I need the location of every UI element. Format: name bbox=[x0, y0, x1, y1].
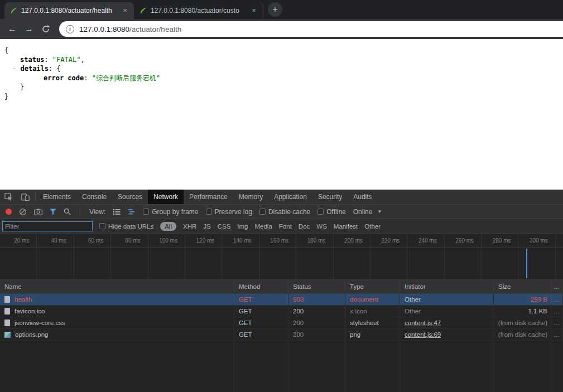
json-key-status: status bbox=[20, 56, 44, 64]
inspect-element-button[interactable] bbox=[0, 190, 17, 204]
devtools-tab-performance[interactable]: Performance bbox=[184, 190, 233, 204]
gridline-cell bbox=[518, 248, 555, 279]
request-type-cell: x-icon bbox=[345, 306, 400, 317]
network-filter-bar: Hide data URLs All XHR JS CSS Img Media … bbox=[0, 219, 563, 234]
timeline-tick: 100 ms bbox=[148, 234, 185, 247]
new-tab-button[interactable]: + bbox=[268, 2, 282, 17]
timeline-tick: 80 ms bbox=[111, 234, 148, 247]
filter-pill-other[interactable]: Other bbox=[364, 223, 381, 230]
request-overflow-cell: ... bbox=[551, 294, 563, 305]
back-button[interactable]: ← bbox=[4, 21, 20, 37]
devtools-tab-audits[interactable]: Audits bbox=[348, 190, 377, 204]
collapse-toggle-icon[interactable]: - bbox=[12, 65, 16, 72]
table-row-jsonview-css[interactable]: jsonview-core.css GET 200 stylesheet con… bbox=[0, 317, 563, 329]
waterfall-overview[interactable] bbox=[0, 248, 563, 280]
close-icon[interactable]: × bbox=[121, 6, 129, 15]
divider bbox=[80, 207, 80, 216]
filter-pill-all[interactable]: All bbox=[160, 222, 176, 231]
browser-tab-health[interactable]: 127.0.0.1:8080/actuator/health × bbox=[4, 2, 134, 19]
filter-input[interactable] bbox=[2, 221, 93, 231]
column-header-overflow[interactable]: ... bbox=[551, 280, 563, 293]
hide-data-urls-label[interactable]: Hide data URLs bbox=[108, 223, 153, 230]
devtools-tab-memory[interactable]: Memory bbox=[233, 190, 268, 204]
device-toolbar-button[interactable] bbox=[17, 190, 33, 204]
screenshot-camera-icon[interactable] bbox=[34, 209, 42, 215]
filter-pill-img[interactable]: Img bbox=[237, 223, 248, 230]
column-header-method[interactable]: Method bbox=[234, 280, 288, 293]
filter-pill-manifest[interactable]: Manifest bbox=[334, 223, 358, 230]
timeline-tick: 60 ms bbox=[74, 234, 111, 247]
column-header-status[interactable]: Status bbox=[288, 280, 345, 293]
waterfall-view-icon[interactable] bbox=[128, 209, 136, 215]
filter-pill-media[interactable]: Media bbox=[255, 223, 272, 230]
throttling-value[interactable]: Online bbox=[353, 208, 373, 216]
inspect-cursor-icon bbox=[4, 193, 12, 201]
devtools-tab-security[interactable]: Security bbox=[312, 190, 348, 204]
devtools-tab-sources[interactable]: Sources bbox=[112, 190, 148, 204]
devtools-tab-network[interactable]: Network bbox=[148, 190, 184, 204]
json-colon: : bbox=[49, 65, 52, 72]
timeline-tick: 220 ms bbox=[370, 234, 407, 247]
request-overflow-cell: ... bbox=[551, 317, 563, 328]
devtools-tabbar: Elements Console Sources Network Perform… bbox=[0, 190, 563, 205]
address-bar[interactable]: i 127.0.0.1:8080/actuator/health bbox=[59, 21, 563, 37]
request-method-cell: GET bbox=[234, 329, 288, 340]
column-header-initiator[interactable]: Initiator bbox=[400, 280, 494, 293]
reload-button[interactable] bbox=[38, 21, 54, 37]
checkbox-icon[interactable] bbox=[206, 209, 212, 215]
group-by-frame-label[interactable]: Group by frame bbox=[152, 208, 198, 216]
info-icon[interactable]: i bbox=[66, 25, 74, 33]
clear-icon[interactable] bbox=[19, 208, 27, 216]
column-header-type[interactable]: Type bbox=[345, 280, 400, 293]
request-name-cell: options.png bbox=[0, 329, 234, 340]
hide-data-urls-checkbox[interactable]: Hide data URLs bbox=[99, 223, 153, 230]
request-name: options.png bbox=[15, 331, 48, 338]
table-row-options-png[interactable]: options.png GET 200 png content.js:69 (f… bbox=[0, 329, 563, 341]
preserve-log-label[interactable]: Preserve log bbox=[215, 208, 252, 216]
request-size-cell: 1.1 KB bbox=[494, 306, 551, 317]
preserve-log-checkbox[interactable]: Preserve log bbox=[206, 208, 252, 216]
forward-button[interactable]: → bbox=[21, 21, 37, 37]
list-view-icon[interactable] bbox=[113, 209, 121, 215]
record-icon[interactable] bbox=[6, 209, 12, 215]
filter-pill-css[interactable]: CSS bbox=[218, 223, 231, 230]
url-text: 127.0.0.1:8080/actuator/health bbox=[79, 25, 181, 33]
table-row-health[interactable]: health GET 503 document Other 259 B ... bbox=[0, 294, 563, 306]
devtools-panel: Elements Console Sources Network Perform… bbox=[0, 190, 563, 392]
request-size-cell: (from disk cache) bbox=[494, 317, 551, 328]
checkbox-icon[interactable] bbox=[317, 209, 324, 215]
request-name: favicon.ico bbox=[15, 308, 45, 314]
group-by-frame-checkbox[interactable]: Group by frame bbox=[143, 208, 198, 216]
filter-pill-doc[interactable]: Doc bbox=[299, 223, 310, 230]
devtools-tab-console[interactable]: Console bbox=[76, 190, 112, 204]
column-header-size[interactable]: Size bbox=[494, 280, 551, 293]
timeline-tick: 180 ms bbox=[296, 234, 333, 247]
offline-label[interactable]: Offline bbox=[326, 208, 345, 216]
column-header-name[interactable]: Name bbox=[0, 280, 234, 293]
initiator-link[interactable]: content.js:47 bbox=[405, 320, 441, 326]
filter-pill-js[interactable]: JS bbox=[203, 223, 210, 230]
initiator-link[interactable]: content.js:69 bbox=[405, 331, 441, 338]
checkbox-icon[interactable] bbox=[143, 209, 149, 215]
empty-cell bbox=[494, 341, 551, 392]
devtools-tab-elements[interactable]: Elements bbox=[37, 190, 76, 204]
filter-funnel-icon[interactable] bbox=[50, 209, 56, 215]
offline-checkbox[interactable]: Offline bbox=[317, 208, 345, 216]
search-icon[interactable] bbox=[64, 208, 71, 215]
browser-tab-custom[interactable]: 127.0.0.1:8080/actuator/custo × bbox=[134, 2, 263, 19]
json-colon: : bbox=[84, 74, 88, 82]
throttling-dropdown[interactable]: Online ▼ bbox=[353, 208, 382, 216]
devtools-tab-application[interactable]: Application bbox=[268, 190, 312, 204]
stylesheet-file-icon bbox=[4, 320, 10, 326]
network-toolbar: View: Group by frame Preserve log Disabl… bbox=[0, 205, 563, 219]
close-icon[interactable]: × bbox=[249, 6, 258, 15]
table-row-favicon[interactable]: favicon.ico GET 200 x-icon Other 1.1 KB … bbox=[0, 306, 563, 317]
disable-cache-label[interactable]: Disable cache bbox=[268, 208, 310, 216]
checkbox-icon[interactable] bbox=[259, 209, 266, 215]
request-overflow-cell: ... bbox=[551, 306, 563, 317]
filter-pill-ws[interactable]: WS bbox=[316, 223, 327, 230]
checkbox-icon[interactable] bbox=[99, 223, 105, 229]
filter-pill-xhr[interactable]: XHR bbox=[183, 223, 196, 230]
disable-cache-checkbox[interactable]: Disable cache bbox=[259, 208, 310, 216]
filter-pill-font[interactable]: Font bbox=[279, 223, 292, 230]
